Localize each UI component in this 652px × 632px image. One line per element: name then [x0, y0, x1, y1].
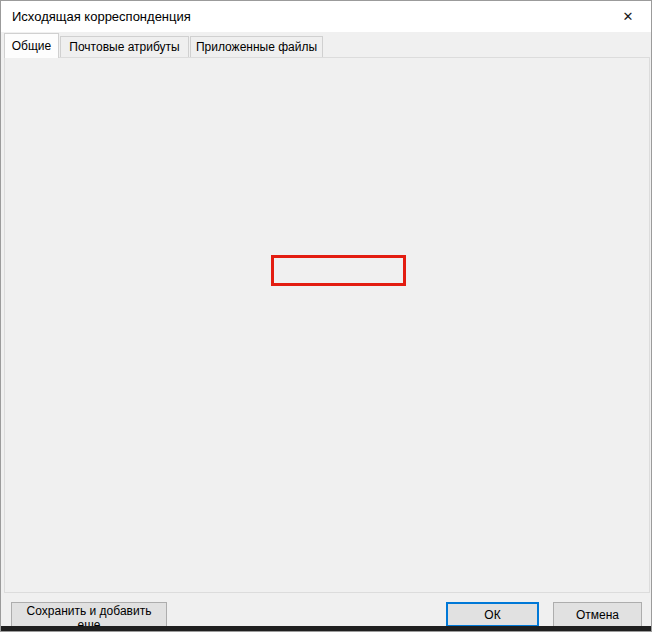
- close-button[interactable]: ✕: [605, 1, 651, 32]
- close-icon: ✕: [623, 9, 634, 24]
- tab-postal-label: Почтовые атрибуты: [69, 40, 179, 54]
- tab-attached-files[interactable]: Приложенные файлы: [190, 36, 323, 58]
- tab-postal-attributes[interactable]: Почтовые атрибуты: [60, 36, 189, 58]
- tab-page-general: [4, 57, 650, 593]
- tab-general[interactable]: Общие: [4, 33, 59, 58]
- screen-edge-strip: [1, 626, 651, 631]
- save-and-add-button[interactable]: Сохранить и добавить еще: [11, 602, 167, 627]
- annotation-highlight-box: [271, 255, 406, 286]
- cancel-button[interactable]: Отмена: [553, 602, 642, 627]
- title-bar: Исходящая корреспонденция ✕: [1, 1, 651, 32]
- tab-files-label: Приложенные файлы: [196, 40, 317, 54]
- ok-button[interactable]: ОК: [446, 602, 539, 627]
- dialog-title: Исходящая корреспонденция: [12, 9, 191, 24]
- tab-general-label: Общие: [12, 39, 51, 53]
- outgoing-correspondence-dialog: Исходящая корреспонденция ✕ Общие Почтов…: [0, 0, 652, 632]
